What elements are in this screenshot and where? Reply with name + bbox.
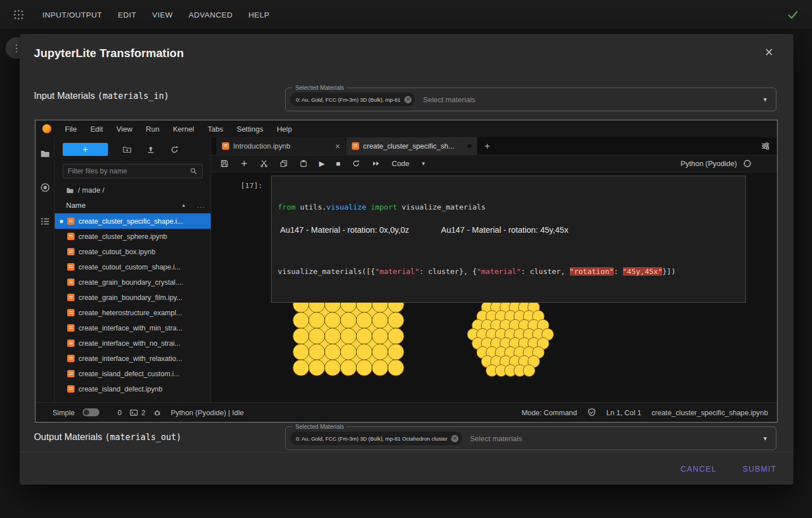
command-mode-indicator: Mode: Command	[522, 408, 577, 417]
submit-button[interactable]: SUBMIT	[743, 464, 776, 473]
kernel-status-text[interactable]: Python (Pyodide) | Idle	[171, 408, 243, 417]
output-label-rotation-45: Au147 - Material - rotation: 45y,45x	[441, 225, 568, 234]
cut-icon[interactable]	[260, 159, 268, 168]
simple-mode-label: Simple	[53, 408, 75, 417]
file-list-item[interactable]: create_heterostructure_exampl...	[55, 305, 211, 320]
cell-type-dropdown[interactable]: Code ▾	[392, 159, 425, 168]
code-cell: [17]: from utils.visualize import visual…	[211, 176, 777, 221]
file-list-item[interactable]: create_interface_with_no_strai...	[55, 336, 211, 351]
file-list-item[interactable]: create_grain_boundary_crystal....	[55, 275, 211, 290]
breadcrumb-path: / made /	[78, 186, 104, 194]
input-materials-code: (materials_in)	[98, 91, 169, 101]
running-kernels-icon[interactable]	[40, 182, 50, 193]
file-list-item[interactable]: create_cluster_specific_shape.i...	[55, 214, 211, 229]
interrupt-kernel-icon[interactable]: ■	[336, 160, 340, 167]
terminal-count: 2	[141, 408, 145, 417]
file-list-item[interactable]: create_island_defect.ipynb	[55, 381, 211, 397]
menu-help[interactable]: HELP	[248, 11, 269, 19]
notebook-icon	[67, 278, 75, 286]
output-materials-text: Output Materials	[34, 432, 105, 442]
file-list-item[interactable]: create_cutout_custom_shape.i...	[55, 259, 211, 275]
run-cell-icon[interactable]: ▶	[319, 160, 325, 167]
jupyter-menu-settings[interactable]: Settings	[237, 125, 263, 133]
new-launcher-button[interactable]: +	[63, 143, 108, 156]
insert-cell-icon[interactable]	[240, 159, 248, 168]
notebook-icon	[352, 142, 359, 150]
file-list-header[interactable]: Name ▲ ...	[55, 201, 211, 214]
file-list-item[interactable]: create_interface_with_relaxatio...	[55, 351, 211, 366]
menu-view[interactable]: VIEW	[152, 11, 173, 19]
output-materials-select[interactable]: Selected Materials 0: Au, Gold, FCC (Fm-…	[285, 426, 776, 450]
sort-ascending-icon[interactable]: ▲	[181, 203, 186, 208]
file-list-item[interactable]: create_cutout_box.ipynb	[55, 244, 211, 259]
jupyter-menu-kernel[interactable]: Kernel	[173, 125, 194, 133]
file-list-item[interactable]: create_grain_boundary_film.ipy...	[55, 290, 211, 305]
kernel-indicator[interactable]: Python (Pyodide)	[680, 159, 777, 168]
material-chip[interactable]: 0: Au, Gold, FCC (Fm-3m) 3D (Bulk), mp-8…	[290, 432, 462, 445]
jupyter-menu-view[interactable]: View	[116, 125, 132, 133]
menu-edit[interactable]: EDIT	[118, 11, 137, 19]
jupyter-menu-edit[interactable]: Edit	[90, 125, 103, 133]
output-materials-code: (materials_out)	[105, 432, 181, 442]
input-materials-select[interactable]: Selected Materials 0: Au, Gold, FCC (Fm-…	[285, 88, 776, 111]
terminal-icon[interactable]	[129, 408, 138, 417]
output-label-rotation-0: Au147 - Material - rotation: 0x,0y,0z	[280, 225, 409, 234]
file-list-item[interactable]: create_cluster_sphere.ipynb	[55, 229, 211, 244]
jupyter-menu-file[interactable]: File	[65, 125, 77, 133]
jupyter-status-bar: Simple 0 2 Python (Pyodide) | Idle Mode:…	[36, 402, 777, 422]
settings-sliders-icon[interactable]	[761, 141, 770, 151]
menu-advanced[interactable]: ADVANCED	[189, 11, 233, 19]
notebook-icon	[67, 370, 75, 377]
notebook-toolbar: ▶ ■ Code ▾ Python (Pyodid	[211, 155, 777, 172]
notebook-icon	[67, 309, 75, 316]
input-materials-text: Input Materials	[34, 90, 98, 101]
save-icon[interactable]	[220, 159, 229, 168]
restart-kernel-icon[interactable]	[352, 159, 360, 168]
file-name: create_interface_with_min_stra...	[78, 324, 182, 332]
file-browser-icon[interactable]	[40, 149, 50, 159]
breadcrumb[interactable]: / made /	[66, 186, 211, 194]
debugger-bug-icon[interactable]	[153, 408, 161, 417]
tab-introduction[interactable]: Introduction.ipynb ×	[216, 137, 346, 155]
restart-run-all-icon[interactable]	[372, 159, 381, 168]
notebook-icon	[67, 355, 75, 362]
code-editor[interactable]: from utils.visualize import visualize_ma…	[271, 176, 746, 303]
copy-icon[interactable]	[280, 159, 288, 168]
refresh-icon[interactable]	[170, 145, 179, 154]
simple-mode-toggle[interactable]	[82, 408, 99, 416]
file-browser-toolbar: +	[55, 137, 211, 158]
tab-create-cluster-specific-shape[interactable]: create_cluster_specific_sh...	[346, 137, 477, 155]
jupyter-menubar: File Edit View Run Kernel Tabs Settings …	[36, 120, 777, 137]
file-list-item[interactable]: create_island_defect_custom.i...	[55, 366, 211, 381]
input-materials-label: Input Materials (materials_in)	[34, 90, 169, 101]
cursor-position[interactable]: Ln 1, Col 1	[606, 408, 641, 417]
table-of-contents-icon[interactable]	[40, 216, 50, 227]
cancel-button[interactable]: CANCEL	[680, 464, 717, 473]
tab-bar: Introduction.ipynb × create_cluster_spec…	[211, 137, 777, 155]
new-folder-icon[interactable]	[123, 145, 132, 154]
jupyter-menu-tabs[interactable]: Tabs	[208, 125, 223, 133]
file-list-item[interactable]: create_interface_with_min_stra...	[55, 320, 211, 336]
selected-materials-legend: Selected Materials	[293, 84, 347, 91]
chevron-down-icon[interactable]: ▾	[763, 95, 767, 103]
material-chip[interactable]: 0: Au, Gold, FCC (Fm-3m) 3D (Bulk), mp-8…	[290, 93, 415, 106]
active-file-name: create_cluster_specific_shape.ipynb	[652, 408, 768, 417]
jupyter-menu-help[interactable]: Help	[277, 125, 292, 133]
chip-remove-icon[interactable]: ✕	[451, 435, 459, 442]
upload-icon[interactable]	[146, 145, 155, 154]
app-grid-icon[interactable]	[12, 8, 25, 21]
notebook-icon	[67, 294, 75, 301]
paste-icon[interactable]	[299, 159, 308, 168]
add-tab-icon[interactable]: +	[478, 137, 497, 155]
file-filter-input[interactable]	[68, 167, 186, 175]
chevron-down-icon[interactable]: ▾	[763, 434, 767, 442]
notebook-icon	[67, 217, 75, 225]
apply-check-icon[interactable]	[787, 9, 798, 20]
menu-input-output[interactable]: INPUT/OUTPUT	[42, 11, 102, 19]
file-name: create_interface_with_no_strai...	[78, 339, 181, 347]
notebook-icon	[222, 142, 229, 150]
jupyter-menu-run[interactable]: Run	[146, 125, 159, 133]
close-icon[interactable]: ×	[765, 45, 773, 59]
tab-close-icon[interactable]: ×	[335, 142, 340, 151]
chip-remove-icon[interactable]: ✕	[404, 96, 412, 103]
